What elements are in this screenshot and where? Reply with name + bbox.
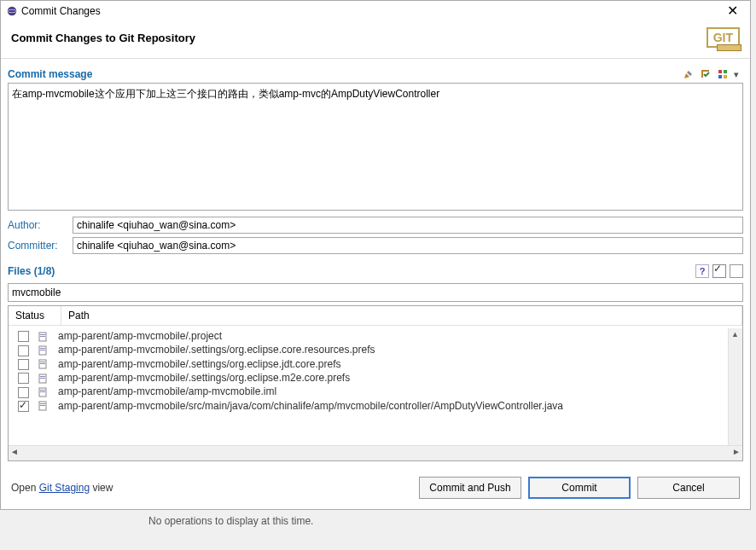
svg-rect-3 xyxy=(724,70,727,73)
svg-rect-20 xyxy=(40,391,45,392)
files-table: Status Path amp-parent/amp-mvcmobile/.pr… xyxy=(8,305,743,461)
git-staging-link[interactable]: Git Staging xyxy=(39,482,90,494)
file-checkbox[interactable] xyxy=(18,331,29,342)
file-path: amp-parent/amp-mvcmobile/amp-mvcmobile.i… xyxy=(55,385,742,397)
svg-rect-14 xyxy=(40,363,45,364)
table-row[interactable]: amp-parent/amp-mvcmobile/amp-mvcmobile.i… xyxy=(9,385,742,398)
file-checkbox[interactable] xyxy=(18,359,29,370)
svg-rect-22 xyxy=(40,403,45,404)
file-path: amp-parent/amp-mvcmobile/.settings/org.e… xyxy=(55,344,742,356)
table-row[interactable]: amp-parent/amp-mvcmobile/.settings/org.e… xyxy=(9,371,742,385)
file-checkbox[interactable] xyxy=(18,387,29,398)
svg-rect-4 xyxy=(718,75,722,78)
file-icon xyxy=(38,331,55,342)
cancel-button[interactable]: Cancel xyxy=(637,477,740,499)
file-path: amp-parent/amp-mvcmobile/.settings/org.e… xyxy=(55,372,742,384)
svg-point-0 xyxy=(8,6,17,15)
window-title: Commit Changes xyxy=(21,5,101,17)
table-row[interactable]: amp-parent/amp-mvcmobile/.settings/org.e… xyxy=(9,343,742,356)
table-row[interactable]: amp-parent/amp-mvcmobile/src/main/java/c… xyxy=(9,399,742,413)
chevron-down-icon[interactable]: ▾ xyxy=(730,67,743,81)
table-row[interactable]: amp-parent/amp-mvcmobile/.settings/org.e… xyxy=(9,357,742,371)
author-input[interactable] xyxy=(73,217,743,234)
file-icon xyxy=(38,344,55,356)
svg-rect-10 xyxy=(40,348,45,349)
git-badge-icon: GIT xyxy=(707,27,740,48)
svg-rect-5 xyxy=(724,75,727,78)
svg-rect-16 xyxy=(40,376,45,377)
file-checkbox[interactable] xyxy=(18,401,29,412)
background-status-text: No operations to display at this time. xyxy=(0,510,756,527)
dialog-header: Commit Changes to Git Repository GIT xyxy=(1,20,750,59)
horizontal-scrollbar[interactable] xyxy=(9,445,742,460)
files-filter-input[interactable] xyxy=(8,283,743,302)
file-icon xyxy=(38,386,55,397)
svg-rect-2 xyxy=(718,70,722,73)
eclipse-icon xyxy=(6,5,18,17)
amend-icon[interactable] xyxy=(682,67,695,81)
deselect-all-icon[interactable] xyxy=(730,264,743,278)
file-icon xyxy=(38,400,55,411)
header-title: Commit Changes to Git Repository xyxy=(11,32,195,44)
files-label: Files (1/8) xyxy=(8,265,55,277)
svg-rect-17 xyxy=(40,378,45,379)
commit-button[interactable]: Commit xyxy=(528,477,631,499)
svg-rect-19 xyxy=(40,390,45,391)
file-icon xyxy=(38,373,55,384)
svg-rect-8 xyxy=(40,336,45,337)
file-checkbox[interactable] xyxy=(18,345,29,356)
open-staging-text: Open Git Staging view xyxy=(11,482,113,494)
committer-input[interactable] xyxy=(73,237,743,254)
commit-dialog: Commit Changes ✕ Commit Changes to Git R… xyxy=(0,0,751,510)
svg-rect-7 xyxy=(40,334,45,335)
titlebar: Commit Changes ✕ xyxy=(1,1,750,20)
close-icon[interactable]: ✕ xyxy=(720,3,745,19)
svg-rect-11 xyxy=(40,350,45,350)
column-status[interactable]: Status xyxy=(9,306,61,325)
signoff-icon[interactable] xyxy=(699,67,712,81)
help-icon[interactable]: ? xyxy=(695,264,709,278)
changeid-icon[interactable] xyxy=(716,67,730,81)
author-label: Author: xyxy=(8,219,67,231)
svg-rect-13 xyxy=(40,362,45,362)
table-row[interactable]: amp-parent/amp-mvcmobile/.project xyxy=(9,329,742,343)
file-icon xyxy=(38,358,55,369)
commit-and-push-button[interactable]: Commit and Push xyxy=(419,477,521,499)
file-path: amp-parent/amp-mvcmobile/.settings/org.e… xyxy=(55,358,742,370)
column-path[interactable]: Path xyxy=(61,306,742,325)
file-path: amp-parent/amp-mvcmobile/.project xyxy=(55,330,742,342)
file-path: amp-parent/amp-mvcmobile/src/main/java/c… xyxy=(55,400,742,412)
commit-message-label: Commit message xyxy=(8,68,92,80)
file-checkbox[interactable] xyxy=(18,373,29,384)
select-all-checkbox[interactable] xyxy=(712,264,726,278)
committer-label: Committer: xyxy=(8,240,67,252)
vertical-scrollbar[interactable] xyxy=(728,328,742,445)
commit-message-input[interactable] xyxy=(8,83,743,211)
svg-rect-23 xyxy=(40,405,45,406)
